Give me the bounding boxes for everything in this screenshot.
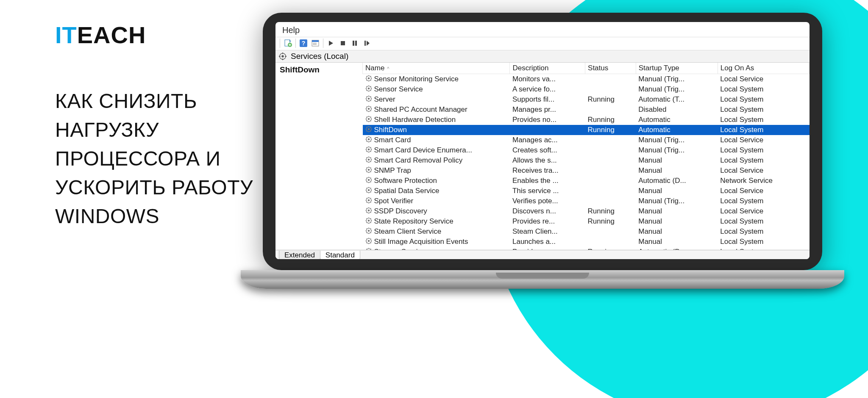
column-header-status[interactable]: Status (585, 63, 636, 74)
column-header-name[interactable]: Name^ (363, 63, 510, 74)
cell-startup: Disabled (636, 105, 718, 115)
table-row[interactable]: Smart CardManages ac...Manual (Trig...Lo… (363, 135, 810, 145)
table-row[interactable]: SNMP TrapReceives tra...ManualLocal Serv… (363, 166, 810, 176)
logo-part2: EACH (77, 22, 146, 48)
svg-point-159 (367, 219, 370, 221)
column-header-logon[interactable]: Log On As (718, 63, 809, 74)
pause-button[interactable] (350, 38, 360, 48)
table-row[interactable]: Shared PC Account ManagerManages pr...Di… (363, 105, 810, 115)
help-button[interactable]: ? (298, 38, 309, 48)
cell-status (585, 135, 636, 145)
service-name-text: Storage Service (374, 248, 426, 250)
export-list-button[interactable] (283, 38, 293, 48)
cell-logon: Local System (718, 84, 809, 94)
cell-status: Running (585, 247, 636, 250)
table-row[interactable]: Sensor ServiceA service fo...Manual (Tri… (363, 84, 810, 94)
laptop-bezel: Help ? (263, 13, 822, 270)
svg-point-39 (367, 97, 370, 100)
table-row[interactable]: Sensor Monitoring ServiceMonitors va...M… (363, 74, 810, 85)
svg-point-129 (367, 189, 370, 191)
restart-button[interactable] (362, 38, 372, 48)
cell-startup: Automatic (T... (636, 94, 718, 105)
svg-rect-5 (312, 40, 319, 42)
cell-name: State Repository Service (363, 216, 510, 227)
table-row[interactable]: ServerSupports fil...RunningAutomatic (T… (363, 94, 810, 105)
laptop-hinge (241, 270, 844, 289)
svg-rect-6 (313, 43, 317, 44)
cell-status (585, 145, 636, 155)
cell-startup: Manual (636, 186, 718, 196)
cell-startup: Automatic (636, 125, 718, 135)
cell-status (585, 105, 636, 115)
cell-logon: Local Service (718, 186, 809, 196)
svg-point-89 (367, 148, 370, 150)
cell-logon: Local System (718, 155, 809, 166)
cell-logon: Local System (718, 196, 809, 206)
cell-status (585, 227, 636, 237)
service-name-text: Steam Client Service (374, 227, 442, 236)
table-row[interactable]: Spatial Data ServiceThis service ...Manu… (363, 186, 810, 196)
service-name-text: Still Image Acquisition Events (374, 238, 468, 246)
table-row[interactable]: SSDP DiscoveryDiscovers n...RunningManua… (363, 206, 810, 216)
services-grid[interactable]: Name^ Description Status Startup Type Lo… (362, 63, 810, 250)
table-row[interactable]: State Repository ServiceProvides re...Ru… (363, 216, 810, 227)
laptop-mockup: Help ? (263, 13, 822, 289)
table-row[interactable]: Steam Client ServiceSteam Clien...Manual… (363, 227, 810, 237)
tab-standard[interactable]: Standard (320, 251, 360, 259)
table-row[interactable]: Spot VerifierVerifies pote...Manual (Tri… (363, 196, 810, 206)
table-row[interactable]: Still Image Acquisition EventsLaunches a… (363, 237, 810, 247)
svg-rect-10 (355, 41, 357, 46)
svg-point-29 (367, 87, 370, 89)
navigation-label[interactable]: Services (Local) (291, 52, 348, 61)
table-row[interactable]: Software ProtectionEnables the ...Automa… (363, 176, 810, 186)
export-icon (284, 39, 292, 47)
service-name-text: Software Protection (374, 177, 437, 185)
tab-extended[interactable]: Extended (279, 251, 320, 259)
service-icon (365, 85, 372, 94)
cell-name: Smart Card Removal Policy (363, 155, 510, 166)
cell-name: SNMP Trap (363, 166, 510, 176)
svg-rect-11 (364, 41, 366, 46)
sort-indicator: ^ (387, 66, 389, 71)
table-row[interactable]: Shell Hardware DetectionProvides no...Ru… (363, 115, 810, 125)
cell-status (585, 196, 636, 206)
service-name-text: Smart Card Removal Policy (374, 156, 463, 165)
cell-name: Smart Card (363, 135, 510, 145)
cell-description: Enables the ... (510, 176, 585, 186)
services-grid-wrap: Name^ Description Status Startup Type Lo… (362, 63, 810, 250)
cell-description: Verifies pote... (510, 196, 585, 206)
service-icon (365, 187, 372, 196)
cell-description: Steam Clien... (510, 227, 585, 237)
cell-description: Receives tra... (510, 166, 585, 176)
help-icon: ? (299, 39, 308, 47)
column-header-startup[interactable]: Startup Type (636, 63, 718, 74)
cell-status (585, 166, 636, 176)
menu-help[interactable]: Help (280, 25, 302, 36)
cell-name: Steam Client Service (363, 227, 510, 237)
svg-point-19 (367, 77, 370, 79)
table-row[interactable]: Smart Card Device Enumera...Creates soft… (363, 145, 810, 155)
properties-button[interactable] (310, 38, 320, 48)
cell-logon: Local System (718, 247, 809, 250)
cell-status: Running (585, 125, 636, 135)
cell-startup: Automatic (D... (636, 247, 718, 250)
cell-description: Creates soft... (510, 145, 585, 155)
cell-logon: Local System (718, 115, 809, 125)
table-row[interactable]: Smart Card Removal PolicyAllows the s...… (363, 155, 810, 166)
cell-startup: Manual (Trig... (636, 135, 718, 145)
table-row[interactable]: Storage ServiceProvides en...RunningAuto… (363, 247, 810, 250)
cell-status (585, 237, 636, 247)
cell-startup: Automatic (D... (636, 176, 718, 186)
play-button[interactable] (326, 38, 336, 48)
body-split: ShiftDown Name^ Description Status Start… (275, 63, 810, 250)
cell-logon: Local Service (718, 74, 809, 85)
cell-description (510, 125, 585, 135)
restart-icon (363, 40, 370, 47)
toolbar-separator (280, 39, 280, 48)
cell-startup: Manual (Trig... (636, 84, 718, 94)
column-header-description[interactable]: Description (510, 63, 585, 74)
service-name-text: SNMP Trap (374, 166, 412, 175)
table-row[interactable]: ShiftDownRunningAutomaticLocal System (363, 125, 810, 135)
tabs-bar: Extended Standard (275, 250, 810, 259)
stop-button[interactable] (338, 38, 348, 48)
